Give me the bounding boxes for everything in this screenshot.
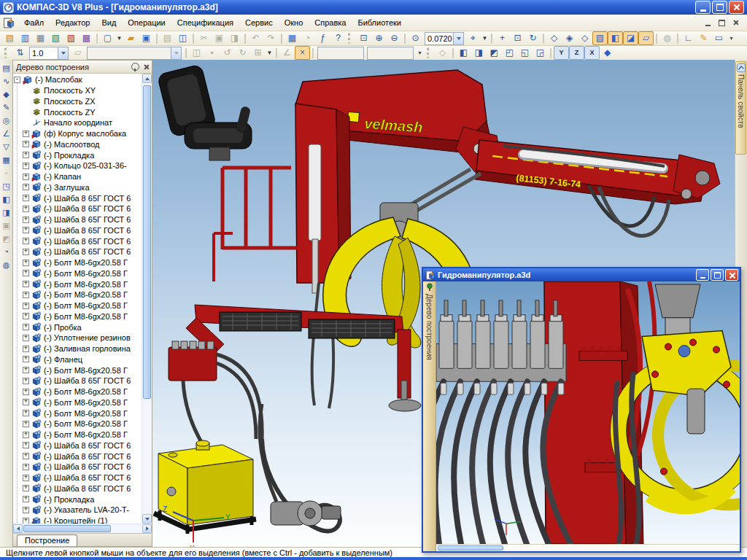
- doc-drawing-icon[interactable]: ▤: [2, 31, 18, 45]
- tree-expand-toggle[interactable]: +: [23, 217, 29, 223]
- tree-expand-toggle[interactable]: +: [23, 206, 29, 212]
- menu-item[interactable]: Вид: [96, 17, 122, 28]
- doc-part-icon[interactable]: ▩: [79, 31, 94, 45]
- tree-expand-toggle[interactable]: +: [23, 260, 29, 266]
- doc-assembly-icon[interactable]: ▨: [63, 31, 79, 45]
- tool-report-icon[interactable]: ▫: [1, 166, 12, 179]
- paste-button[interactable]: ◨: [227, 31, 242, 45]
- orientation-button[interactable]: ⌖: [465, 31, 481, 45]
- tree-expand-toggle[interactable]: +: [23, 475, 29, 481]
- zoom-out-button[interactable]: ⊖: [387, 31, 402, 45]
- tree-expand-toggle[interactable]: +: [23, 303, 29, 309]
- tree-item[interactable]: + (-) Кронштейн (1): [13, 516, 142, 524]
- tree-expand-toggle[interactable]: +: [23, 313, 29, 319]
- tree-expand-toggle[interactable]: +: [23, 507, 29, 513]
- tree-item[interactable]: + (-) Шайба 8 65Г ГОСТ 6: [13, 451, 142, 462]
- tree-item[interactable]: + (-) Болт М8-6gx20.58 Г: [13, 268, 142, 279]
- tree-item[interactable]: + (-) Фланец: [13, 354, 142, 365]
- tree-item[interactable]: + (-) Болт М8-6gx20.58 Г: [13, 386, 142, 397]
- tree-item[interactable]: + (-) Болт М8-6gx20.58 Г: [13, 279, 142, 289]
- doc-spec-icon[interactable]: ▧: [48, 31, 63, 45]
- doc-fragment-icon[interactable]: ▥: [18, 31, 33, 45]
- tree-expand-toggle[interactable]: +: [23, 378, 29, 384]
- doc-minimize-button[interactable]: [703, 18, 713, 28]
- tree-item[interactable]: + (-) Прокладка: [13, 149, 142, 160]
- tree-item[interactable]: + (-) Шайба 8 65Г ГОСТ 6: [13, 440, 142, 451]
- tree-expand-toggle[interactable]: +: [23, 249, 29, 255]
- tree-item[interactable]: + (-) Болт М8-6gx20.58 Г: [13, 311, 142, 322]
- tree-expand-toggle[interactable]: +: [23, 292, 29, 298]
- tree-expand-toggle[interactable]: +: [23, 442, 29, 448]
- tool-array-icon[interactable]: ▣: [1, 219, 12, 232]
- wireframe-button[interactable]: ◇: [546, 31, 562, 45]
- zoom-combo[interactable]: 0.0720: [425, 32, 464, 45]
- tool-edit-part-icon[interactable]: ▤: [1, 61, 12, 74]
- tree-expand-toggle[interactable]: +: [23, 195, 29, 201]
- shaded-edges-button[interactable]: ◧: [608, 31, 623, 45]
- tree-expand-toggle[interactable]: +: [23, 485, 29, 491]
- tree-expand-toggle[interactable]: +: [23, 324, 29, 330]
- state-combo-dropdown[interactable]: [171, 47, 181, 59]
- zoom-combo-dropdown[interactable]: [453, 33, 463, 44]
- tree-item[interactable]: + (-) Болт М8-6gx20.58 Г: [13, 419, 142, 429]
- tree-item[interactable]: + (-) Болт М8-6gx20.58 Г: [13, 397, 142, 408]
- float-horizontal-scrollbar[interactable]: [436, 544, 740, 551]
- properties-panel-tab[interactable]: Панель свойств: [735, 61, 746, 155]
- tree-item[interactable]: + (-) Болт М8-6gx20.58 Г: [13, 289, 142, 300]
- tree-expand-toggle[interactable]: +: [23, 496, 29, 502]
- tree-expand-toggle[interactable]: +: [23, 356, 29, 362]
- view-iso-yzx-button[interactable]: Z: [569, 46, 584, 60]
- tab-construction[interactable]: Построение: [17, 534, 77, 546]
- tree-item[interactable]: Плоскость ZX: [13, 96, 142, 107]
- context-help-button[interactable]: ?: [330, 31, 346, 45]
- print-preview-button[interactable]: ◫: [175, 31, 190, 45]
- step-combo-dropdown[interactable]: [58, 47, 68, 59]
- redo-button[interactable]: ↷: [263, 31, 279, 45]
- current-state-button[interactable]: ▱: [70, 46, 85, 60]
- tree-item[interactable]: + (-) Болт М8-6gx20.58 Г: [13, 429, 142, 440]
- tool-part-icon[interactable]: ◔: [1, 245, 12, 258]
- tool-aux-geometry-icon[interactable]: ◎: [1, 114, 12, 127]
- tree-expand-toggle[interactable]: +: [23, 141, 29, 147]
- orientation-dropdown[interactable]: ▼: [481, 31, 489, 45]
- close-button[interactable]: [729, 1, 744, 14]
- hidden-lines-thin-button[interactable]: ◇: [577, 31, 592, 45]
- undo-button[interactable]: ↶: [248, 31, 263, 45]
- tree-expand-toggle[interactable]: +: [23, 238, 29, 244]
- doc-close-button[interactable]: [730, 18, 741, 28]
- tree-expand-toggle[interactable]: +: [23, 367, 29, 373]
- float-3d-view[interactable]: [436, 281, 740, 544]
- scroll-right-button[interactable]: [142, 524, 152, 533]
- tree-expand-toggle[interactable]: -: [14, 77, 20, 83]
- tree-item[interactable]: + (-) Маслоотвод: [13, 139, 142, 150]
- tool-settings-icon[interactable]: ◍: [1, 258, 12, 271]
- tree-expand-toggle[interactable]: +: [23, 281, 29, 287]
- tree-item[interactable]: + (-) Клапан: [13, 171, 142, 182]
- new-document-dropdown[interactable]: ▼: [115, 31, 123, 45]
- tree-item[interactable]: Плоскость ZY: [13, 106, 142, 117]
- zoom-frame-button[interactable]: ⊡: [510, 31, 525, 45]
- tool-surfaces-icon[interactable]: ◆: [1, 88, 12, 101]
- cut-button[interactable]: ✂: [196, 31, 212, 45]
- view-left-button[interactable]: ◱: [517, 46, 533, 60]
- tree-expand-toggle[interactable]: +: [23, 152, 29, 158]
- calculator-button[interactable]: ▦: [285, 31, 300, 45]
- tree-item[interactable]: + (ф) Корпус маслобака: [13, 128, 142, 139]
- tree-item[interactable]: + (-) Уплотнение резинов: [13, 332, 142, 343]
- dimensions-3d-button[interactable]: ∟: [681, 31, 696, 45]
- local-cs-button[interactable]: ∠: [279, 46, 295, 60]
- tree-expand-toggle[interactable]: +: [23, 399, 29, 405]
- view-top-button[interactable]: ◩: [487, 46, 502, 60]
- new-document-button[interactable]: ▢: [100, 31, 115, 45]
- tree-expand-toggle[interactable]: +: [23, 410, 29, 416]
- tree-expand-toggle[interactable]: +: [23, 227, 29, 233]
- tool-spatial-curves-icon[interactable]: ∿: [1, 74, 12, 88]
- menu-item[interactable]: Библиотеки: [352, 17, 407, 28]
- pan-button[interactable]: +: [495, 31, 510, 45]
- layer-state-button[interactable]: ▪: [204, 46, 220, 60]
- zoom-area-button[interactable]: ⊡: [356, 31, 371, 45]
- tree-expand-toggle[interactable]: +: [23, 518, 29, 524]
- shaded-button[interactable]: ▧: [592, 31, 608, 45]
- copy-button[interactable]: ▣: [212, 31, 227, 45]
- zoom-selected-button[interactable]: ⊙: [408, 31, 423, 45]
